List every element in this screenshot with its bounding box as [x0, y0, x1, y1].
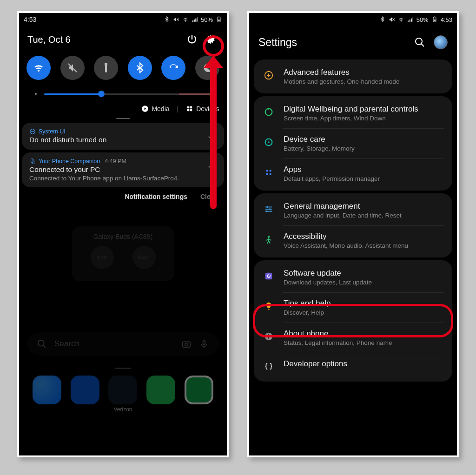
app-dock: Verizon — [27, 376, 218, 408]
braces-icon — [262, 360, 275, 373]
svg-point-46 — [269, 208, 271, 210]
svg-rect-50 — [268, 309, 270, 310]
dimmed-home-layer: Galaxy Buds (AC89) Left Right Search Ver… — [19, 203, 227, 408]
settings-group: Software update Download updates, Last u… — [254, 260, 452, 382]
svg-rect-19 — [183, 342, 191, 347]
settings-row-title: Digital Wellbeing and parental controls — [284, 105, 418, 114]
toggle-sound[interactable] — [60, 56, 85, 80]
bud-right: Right — [132, 246, 156, 269]
brightness-track[interactable] — [44, 93, 213, 95]
settings-row-subtitle: Battery, Storage, Memory — [284, 145, 355, 152]
svg-point-7 — [35, 93, 37, 95]
toggle-bluetooth[interactable] — [128, 56, 152, 80]
status-time: 4:53 — [24, 16, 36, 23]
search-pill[interactable]: Search — [27, 332, 218, 356]
svg-point-48 — [268, 236, 270, 238]
settings-row-devopts[interactable]: Developer options — [254, 353, 452, 380]
bulb-icon — [262, 300, 275, 313]
settings-row-a11y[interactable]: Accessibility Voice Assistant, Mono audi… — [254, 225, 452, 256]
brightness-thumb[interactable] — [98, 91, 105, 97]
phone-quick-settings: 4:53 50% Tue, Oct 6 — [17, 11, 229, 457]
mute-icon — [67, 62, 78, 73]
svg-rect-4 — [218, 17, 219, 17]
notification-settings-button[interactable]: Notification settings — [125, 193, 187, 200]
svg-rect-12 — [190, 109, 192, 112]
app-spotify[interactable] — [146, 376, 175, 404]
svg-point-40 — [266, 173, 268, 175]
notification-body: Connected to Your Phone app on Liams-Sur… — [29, 175, 217, 182]
media-button[interactable]: Media — [141, 105, 169, 112]
settings-row-subtitle: Discover, Help — [284, 309, 331, 316]
brightness-low-icon — [33, 91, 39, 97]
dnd-icon — [29, 128, 36, 135]
quick-toggles-row — [19, 51, 227, 85]
mic-icon[interactable] — [199, 339, 209, 349]
svg-point-20 — [185, 343, 188, 346]
settings-row-advanced[interactable]: Advanced features Motions and gestures, … — [254, 61, 452, 92]
svg-rect-21 — [203, 340, 205, 345]
settings-row-title: Apps — [284, 165, 380, 174]
settings-row-tips[interactable]: Tips and help Discover, Help — [254, 292, 452, 323]
settings-header: Settings — [249, 26, 457, 57]
camera-icon[interactable] — [181, 339, 192, 349]
svg-rect-29 — [434, 20, 436, 21]
play-icon — [141, 105, 149, 112]
settings-row-title: General management — [284, 202, 402, 211]
settings-row-devicecare[interactable]: Device care Battery, Storage, Memory — [254, 128, 452, 158]
notification-app-row: Your Phone Companion 4:49 PM — [29, 158, 217, 165]
svg-point-35 — [268, 108, 270, 110]
account-avatar[interactable] — [434, 35, 448, 49]
svg-rect-30 — [434, 17, 435, 17]
bluetooth-icon — [164, 16, 170, 23]
settings-row-about[interactable]: About phone Status, Legal information, P… — [254, 323, 452, 353]
svg-point-45 — [266, 206, 268, 208]
svg-point-37 — [268, 141, 270, 143]
settings-group: Digital Wellbeing and parental controls … — [254, 96, 452, 191]
notification-your-phone[interactable]: Your Phone Companion 4:49 PM Connected t… — [22, 152, 224, 187]
settings-group: Advanced features Motions and gestures, … — [254, 59, 452, 93]
settings-row-general[interactable]: General management Language and input, D… — [254, 195, 452, 225]
notification-system-ui[interactable]: System UI Do not disturb turned on ⌄ — [22, 123, 224, 150]
settings-row-subtitle: Motions and gestures, One-handed mode — [284, 78, 399, 85]
svg-rect-11 — [187, 109, 190, 112]
status-time: 4:53 — [441, 16, 452, 23]
mute-icon — [389, 16, 395, 23]
svg-point-47 — [266, 211, 268, 212]
svg-point-39 — [269, 170, 271, 172]
svg-rect-53 — [268, 334, 269, 335]
settings-row-title: Device care — [284, 135, 355, 144]
qs-date: Tue, Oct 6 — [27, 34, 71, 45]
ring-dot-icon — [262, 136, 275, 149]
settings-row-swupdate[interactable]: Software update Download updates, Last u… — [254, 262, 452, 292]
settings-row-apps[interactable]: Apps Default apps, Permission manager — [254, 158, 452, 189]
app-phone[interactable] — [185, 376, 213, 404]
app-edge[interactable]: Verizon — [108, 376, 137, 404]
update-icon — [262, 270, 275, 283]
notification-title: Connected to your PC — [29, 165, 217, 174]
settings-row-subtitle: Language and input, Date and time, Reset — [284, 212, 402, 219]
wifi-icon — [182, 16, 189, 23]
battery-icon — [216, 16, 222, 23]
panel-drag-handle[interactable] — [19, 116, 227, 120]
bluetooth-icon — [379, 16, 386, 23]
notification-app-name: System UI — [39, 128, 66, 135]
power-button[interactable] — [184, 32, 200, 47]
devices-icon — [186, 105, 193, 112]
search-icon[interactable] — [414, 37, 425, 48]
ring-icon — [262, 106, 275, 119]
annotation-arrow — [206, 56, 220, 209]
settings-row-wellbeing[interactable]: Digital Wellbeing and parental controls … — [254, 98, 452, 128]
signal-icon — [192, 16, 198, 23]
app-messenger[interactable] — [33, 376, 61, 404]
toggle-flashlight[interactable] — [94, 56, 118, 80]
notification-title: Do not disturb turned on — [29, 136, 217, 144]
svg-rect-49 — [265, 273, 272, 280]
settings-row-title: Accessibility — [284, 232, 408, 241]
brightness-slider[interactable] — [19, 85, 227, 101]
dock-handle[interactable] — [115, 368, 131, 369]
media-label: Media — [152, 105, 169, 112]
toggle-wifi[interactable] — [26, 56, 51, 80]
svg-rect-52 — [268, 336, 269, 338]
toggle-rotate[interactable] — [161, 56, 185, 80]
app-messages[interactable] — [71, 376, 99, 404]
